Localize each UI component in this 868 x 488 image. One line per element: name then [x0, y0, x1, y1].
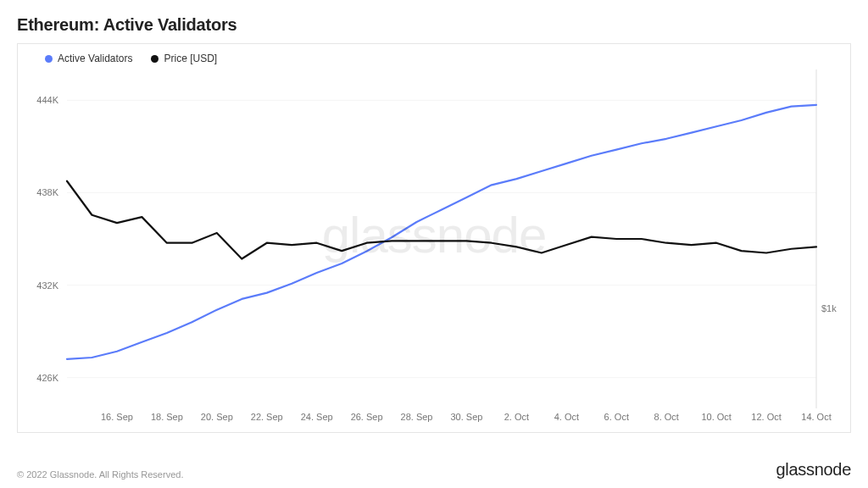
x-axis: 16. Sep18. Sep20. Sep22. Sep24. Sep26. S… — [67, 412, 816, 425]
x-tick-label: 28. Sep — [401, 412, 433, 422]
series-active-validators — [67, 105, 816, 359]
y-tick-label: 438K — [36, 187, 58, 197]
chart-title: Ethereum: Active Validators — [17, 15, 851, 35]
legend-label: Price [USD] — [164, 53, 217, 64]
x-tick-label: 20. Sep — [201, 412, 233, 422]
x-tick-label: 14. Oct — [801, 412, 831, 422]
legend-item-validators[interactable]: Active Validators — [45, 53, 132, 64]
y-tick-label: 432K — [36, 280, 58, 291]
y-axis-left: 426K432K438K444K — [21, 69, 64, 408]
y-tick-label: 444K — [36, 95, 58, 105]
x-tick-label: 24. Sep — [301, 412, 333, 422]
footer: © 2022 Glassnode. All Rights Reserved. g… — [17, 460, 851, 480]
x-tick-label: 18. Sep — [151, 412, 183, 422]
legend-label: Active Validators — [58, 53, 132, 64]
y-tick-label: 426K — [36, 373, 58, 383]
y-right-tick-label: $1k — [821, 303, 837, 313]
plot-svg — [67, 69, 816, 408]
y-axis-right: $1k — [818, 69, 847, 408]
legend-swatch — [45, 55, 53, 63]
legend-item-price[interactable]: Price [USD] — [151, 53, 217, 64]
x-tick-label: 26. Sep — [351, 412, 383, 422]
x-tick-label: 10. Oct — [701, 412, 731, 422]
legend-swatch — [151, 55, 159, 63]
x-tick-label: 6. Oct — [604, 412, 629, 422]
plot-area — [67, 69, 816, 408]
x-tick-label: 30. Sep — [450, 412, 482, 422]
copyright: © 2022 Glassnode. All Rights Reserved. — [17, 469, 183, 480]
gridlines — [67, 100, 816, 377]
legend: Active Validators Price [USD] — [45, 53, 217, 64]
x-tick-label: 4. Oct — [554, 412, 579, 422]
x-tick-label: 16. Sep — [101, 412, 133, 422]
chart-box: Active Validators Price [USD] glassnode … — [17, 43, 851, 433]
chart-container: Ethereum: Active Validators Active Valid… — [0, 0, 868, 488]
x-tick-label: 12. Oct — [751, 412, 781, 422]
x-tick-label: 8. Oct — [654, 412, 679, 422]
x-tick-label: 22. Sep — [251, 412, 283, 422]
x-tick-label: 2. Oct — [504, 412, 529, 422]
brand-logo: glassnode — [776, 460, 851, 480]
